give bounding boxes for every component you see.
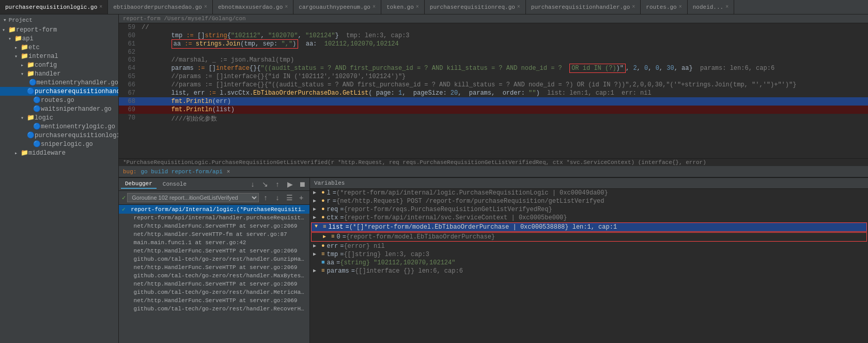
chevron-right-icon: ▶	[313, 251, 321, 257]
close-icon[interactable]: ×	[632, 4, 635, 10]
var-item-list-0[interactable]: ▶ ≡ 0 = {report-form/model.EbTibaoOrderP…	[311, 232, 867, 242]
step-into-button[interactable]: ↘	[260, 179, 270, 189]
frame-item-7[interactable]: net/http.HandlerFunc.ServeHTTP at server…	[119, 263, 309, 272]
frame-item-9[interactable]: net/http.HandlerFunc.ServeHTTP at server…	[119, 280, 309, 288]
sidebar-item-etc[interactable]: ▸ 📁 etc	[0, 43, 118, 52]
sidebar-item-report-form[interactable]: ▾ 📁 report-form	[0, 25, 118, 34]
sidebar-item-logic[interactable]: ▾ 📁 logic	[0, 113, 118, 122]
chevron-right-icon: ▶	[313, 189, 321, 196]
tab-cargouauthnypeenum[interactable]: cargouauthnypeenum.go ×	[293, 0, 381, 14]
close-icon[interactable]: ×	[99, 4, 102, 10]
file-icon: 🔵	[33, 96, 41, 104]
tab-purchaserequisitionreq[interactable]: purchaserequisitionreq.go ×	[425, 0, 526, 14]
var-item-l[interactable]: ▶ ● l = (*report-form/api/internal/logic…	[310, 189, 868, 197]
add-button[interactable]: +	[296, 192, 306, 203]
folder-icon: 📁	[21, 43, 28, 51]
bug-item[interactable]: go build report-form/api	[141, 169, 222, 175]
filter-button[interactable]: ☰	[284, 192, 295, 203]
sidebar-item-internal[interactable]: ▾ 📁 internal	[0, 52, 118, 61]
frame-item-0[interactable]: ✓ report-form/api/Internal/logic.(*Purch…	[119, 205, 309, 214]
code-editor[interactable]: 59 // 60 tmp := []string{"102112", "1020…	[119, 23, 868, 158]
goroutine-select[interactable]: Goroutine 102 report...itionGetListVerif…	[127, 193, 259, 202]
var-item-r[interactable]: ▶ ● r = {net/http.Request} POST /report-…	[310, 197, 868, 205]
var-item-ctx[interactable]: ▶ ● ctx = {report-form/api/internal/svc.…	[310, 214, 868, 222]
var-icon: ●	[321, 198, 325, 204]
sidebar-item-purchaserequisitionhandler[interactable]: 🔵 purchaserequisitionhandler	[0, 87, 118, 96]
sidebar-item-sniperlogic[interactable]: 🔵 sniperlogic.go	[0, 140, 118, 148]
frame-item-1[interactable]: report-form/api/internal/handler.purchas…	[119, 214, 309, 222]
step-out-button[interactable]: ↑	[272, 179, 283, 189]
folder-icon: 📁	[8, 26, 16, 34]
tab-purchaserequisitionhandler[interactable]: purchaserequisitionhandler.go ×	[526, 0, 641, 14]
code-line-64: 64 params := []interface{}{"((audit_stat…	[119, 64, 868, 72]
tab-token[interactable]: token.go ×	[381, 0, 425, 14]
sidebar-item-label: config	[35, 62, 57, 69]
tab-nodeid[interactable]: nodeid... ×	[688, 0, 734, 14]
down-button[interactable]: ↓	[272, 192, 283, 203]
sidebar-item-api[interactable]: ▾ 📁 api	[0, 34, 118, 43]
var-item-tmp[interactable]: ▶ ≡ tmp = {[]string} len:3, cap:3	[310, 250, 868, 259]
tab-routes[interactable]: routes.go ×	[641, 0, 687, 14]
frame-item-8[interactable]: github.com/tal-tech/go-zero/rest/handler…	[119, 272, 309, 280]
editor-area: report-form /Users/myself/Golang/con 59 …	[119, 14, 868, 343]
frame-item-2[interactable]: net/http.HandlerFunc.ServeHTTP at server…	[119, 222, 309, 230]
var-icon: ≡	[323, 223, 327, 230]
up-button[interactable]: ↑	[260, 192, 271, 203]
var-item-list[interactable]: ▼ ≡ list = (*[]*report-form/model.EbTiba…	[311, 222, 867, 232]
var-item-req[interactable]: ▶ ● req = {report-form/reqs.PurchaseRequ…	[310, 205, 868, 214]
folder-icon: 📁	[27, 70, 35, 78]
frame-item-6[interactable]: github.com/tal-tech/go-zero/rest/handler…	[119, 255, 309, 263]
var-item-err[interactable]: ▶ ● err = {error} nil	[310, 242, 868, 250]
sidebar-item-routes[interactable]: 🔵 routes.go	[0, 96, 118, 105]
code-line-69: 69 fmt.Println(list)	[119, 106, 868, 114]
frames-toolbar: ✓ Goroutine 102 report...itionGetListVer…	[119, 191, 309, 205]
code-line-59: 59 //	[119, 23, 868, 32]
close-icon[interactable]: ×	[725, 4, 729, 10]
tab-debugger[interactable]: Debugger	[121, 180, 157, 189]
sidebar-item-mentionentryhandler[interactable]: 🔵 mentionentryhandler.go	[0, 78, 118, 87]
close-icon[interactable]: ×	[679, 4, 682, 10]
file-icon: 🔵	[33, 105, 41, 113]
tab-ebtibaoorderpurchasedao[interactable]: ebtibaoorderpurchasedao.go ×	[108, 0, 213, 14]
sidebar-item-waitsniper[interactable]: 🔵 waitsniperhander.go	[0, 105, 118, 113]
step-over-button[interactable]: ↓	[247, 179, 258, 189]
tab-bar: purchaserequisitionlogic.go × ebtibaoord…	[0, 0, 868, 14]
chevron-right-icon: ▸	[14, 44, 21, 51]
close-icon[interactable]: ×	[285, 4, 288, 10]
sidebar-item-purchaserequisitionlogic[interactable]: 🔵 purchaserequisitionlogic.go	[0, 131, 118, 140]
close-icon[interactable]: ×	[416, 4, 419, 10]
close-icon[interactable]: ×	[373, 4, 376, 10]
tab-label: cargouauthnypeenum.go	[299, 4, 370, 10]
sidebar-item-middleware[interactable]: ▸ 📁 middleware	[0, 148, 118, 157]
var-item-aa[interactable]: ■ aa = {string} "102112,102070,102124"	[310, 259, 868, 267]
tab-purchaserequisitionlogic[interactable]: purchaserequisitionlogic.go ×	[0, 0, 108, 14]
frame-item-3[interactable]: net/http.Handler.ServeHTTP-fm at server.…	[119, 230, 309, 238]
resume-button[interactable]: ▶	[285, 179, 295, 189]
checkmark-icon: ✓	[122, 194, 126, 202]
var-item-params[interactable]: ▶ ≡ params = {[]interface {}} len:6, cap…	[310, 267, 868, 275]
frame-item-10[interactable]: github.com/tal-tech/go-zero/rest/handler…	[119, 288, 309, 296]
frame-item-12[interactable]: github.com/tal-tech/go-zero/rest/handler…	[119, 305, 309, 313]
close-icon[interactable]: ×	[227, 169, 230, 175]
frame-item-11[interactable]: net/http.HandlerFunc.ServeHTTP at server…	[119, 296, 309, 305]
breadcrumb-text: report-form /Users/myself/Golang/con	[123, 16, 246, 22]
frame-item-4[interactable]: main.main.func1.1 at server.go:42	[119, 238, 309, 247]
frame-item-5[interactable]: net/http.HandlerFunc.ServeHTTP at server…	[119, 247, 309, 255]
sidebar-item-handler[interactable]: ▾ 📁 handler	[0, 69, 118, 78]
close-icon[interactable]: ×	[517, 4, 520, 10]
chevron-right-icon: ▶	[313, 214, 321, 220]
stop-button[interactable]: ⏹	[297, 179, 307, 189]
frame-label: report-form/api/Internal/logic.(*Purchas…	[131, 206, 309, 213]
var-icon: ≡	[321, 267, 325, 274]
sidebar-item-mentionentrylogic[interactable]: 🔵 mentionentrylogic.go	[0, 122, 118, 131]
frame-label: net/http.Handler.ServeHTTP-fm at server.…	[134, 231, 287, 237]
frames-panel: Debugger Console ↓ ↘ ↑ ▶ ⏹ ✓ Goro	[119, 178, 310, 343]
code-line-67: 67 list, err := l.svcCtx.EbTibaoOrderPur…	[119, 89, 868, 97]
close-icon[interactable]: ×	[204, 4, 207, 10]
folder-icon: 📁	[21, 52, 28, 60]
sidebar-item-label: waitsniperhander.go	[41, 106, 112, 113]
tab-console[interactable]: Console	[159, 180, 191, 188]
sidebar-item-config[interactable]: ▸ 📁 config	[0, 61, 118, 69]
tab-label: routes.go	[646, 4, 676, 10]
tab-ebnotmaxxuserdao[interactable]: ebnotmaxxuserdao.go ×	[213, 0, 293, 14]
